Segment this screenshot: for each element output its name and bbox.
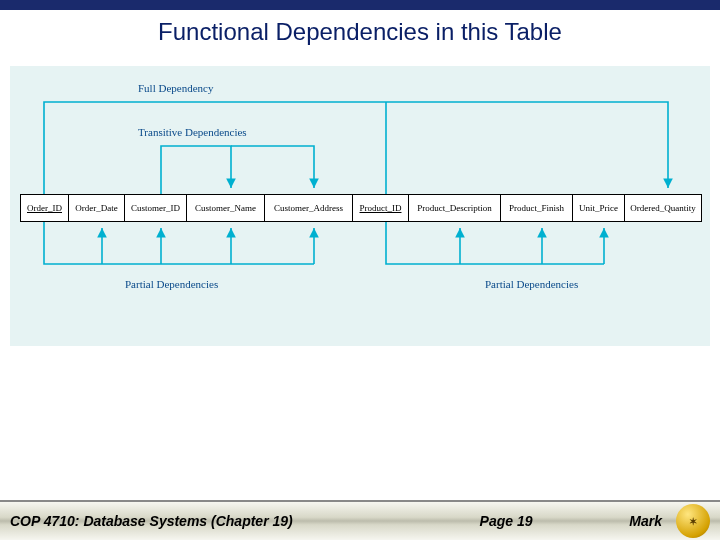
attr-customer-name: Customer_Name <box>187 195 265 221</box>
slide-footer: COP 4710: Database Systems (Chapter 19) … <box>0 500 720 540</box>
attr-ordered-quantity: Ordered_Quantity <box>625 195 701 221</box>
label-transitive-dependency: Transitive Dependencies <box>138 126 247 138</box>
label-partial-dependency-left: Partial Dependencies <box>125 278 218 290</box>
attr-customer-address: Customer_Address <box>265 195 353 221</box>
attr-product-id: Product_ID <box>353 195 409 221</box>
slide-top-bar <box>0 0 720 10</box>
footer-author: Mark <box>629 513 662 529</box>
dependency-diagram: Full Dependency Transitive Dependencies … <box>10 66 710 346</box>
slide-title: Functional Dependencies in this Table <box>0 10 720 56</box>
attr-product-finish: Product_Finish <box>501 195 573 221</box>
ucf-logo-icon: ✶ <box>676 504 710 538</box>
footer-course: COP 4710: Database Systems (Chapter 19) <box>10 513 293 529</box>
label-full-dependency: Full Dependency <box>138 82 213 94</box>
attr-order-id: Order_ID <box>21 195 69 221</box>
label-partial-dependency-right: Partial Dependencies <box>485 278 578 290</box>
attribute-row: Order_ID Order_Date Customer_ID Customer… <box>20 194 702 222</box>
footer-page: Page 19 <box>383 513 630 529</box>
attr-customer-id: Customer_ID <box>125 195 187 221</box>
attr-product-description: Product_Description <box>409 195 501 221</box>
attr-order-date: Order_Date <box>69 195 125 221</box>
attr-unit-price: Unit_Price <box>573 195 625 221</box>
arrow-partial-left <box>44 222 314 264</box>
arrow-full-dependency <box>44 102 668 194</box>
arrow-transitive-dependency <box>161 146 314 194</box>
arrow-partial-right <box>386 222 604 264</box>
